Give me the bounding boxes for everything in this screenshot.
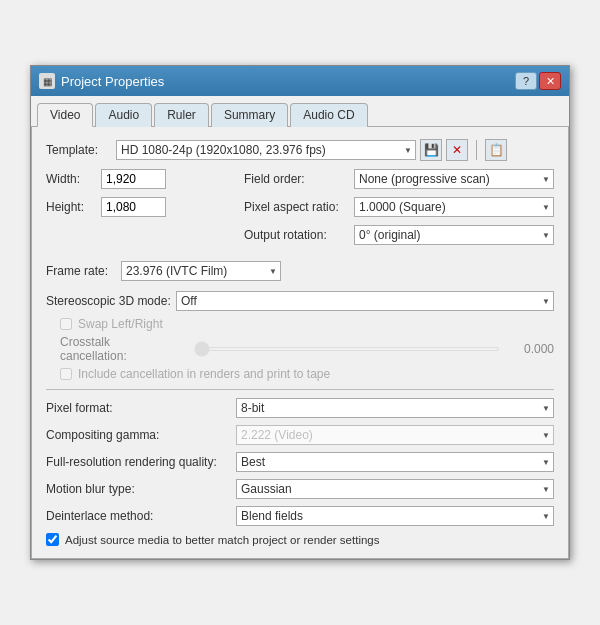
output-rotation-select-wrapper: 0° (original) — [354, 225, 554, 245]
dims-left: Width: Height: — [46, 169, 244, 225]
pixel-aspect-select[interactable]: 1.0000 (Square) — [354, 197, 554, 217]
stereo-3d-row: Stereoscopic 3D mode: Off — [46, 291, 554, 311]
stereo-3d-label: Stereoscopic 3D mode: — [46, 294, 176, 308]
tab-video[interactable]: Video — [37, 103, 93, 127]
motion-blur-label: Motion blur type: — [46, 482, 236, 496]
title-bar-left: ▦ Project Properties — [39, 73, 164, 89]
tab-ruler[interactable]: Ruler — [154, 103, 209, 127]
crosstalk-slider[interactable] — [194, 347, 500, 351]
template-label: Template: — [46, 143, 116, 157]
motion-blur-select[interactable]: Gaussian — [236, 479, 554, 499]
dims-area: Width: Height: Field order: None (progre… — [46, 169, 554, 253]
section-divider — [46, 389, 554, 390]
crosstalk-value: 0.000 — [514, 342, 554, 356]
swap-checkbox-row: Swap Left/Right — [60, 317, 554, 331]
help-button[interactable]: ? — [515, 72, 537, 90]
rendering-quality-row: Full-resolution rendering quality: Best — [46, 452, 554, 472]
rendering-quality-label: Full-resolution rendering quality: — [46, 455, 236, 469]
deinterlace-row: Deinterlace method: Blend fields — [46, 506, 554, 526]
adjust-source-label: Adjust source media to better match proj… — [65, 534, 380, 546]
stereo-options: Swap Left/Right Crosstalk cancellation: … — [60, 317, 554, 381]
title-buttons: ? ✕ — [515, 72, 561, 90]
rendering-quality-select[interactable]: Best — [236, 452, 554, 472]
pixel-format-select-wrapper: 8-bit — [236, 398, 554, 418]
field-order-label: Field order: — [244, 172, 354, 186]
save-template-button[interactable]: 💾 — [420, 139, 442, 161]
output-rotation-select[interactable]: 0° (original) — [354, 225, 554, 245]
tab-content: Template: HD 1080-24p (1920x1080, 23.976… — [31, 127, 569, 559]
crosstalk-row: Crosstalk cancellation: 0.000 — [60, 335, 554, 363]
pixel-aspect-row: Pixel aspect ratio: 1.0000 (Square) — [244, 197, 554, 217]
adjust-source-checkbox[interactable] — [46, 533, 59, 546]
template-select-wrapper: HD 1080-24p (1920x1080, 23.976 fps) — [116, 140, 416, 160]
swap-label: Swap Left/Right — [78, 317, 163, 331]
tab-summary[interactable]: Summary — [211, 103, 288, 127]
compositing-gamma-row: Compositing gamma: 2.222 (Video) — [46, 425, 554, 445]
motion-blur-select-wrapper: Gaussian — [236, 479, 554, 499]
compositing-gamma-select[interactable]: 2.222 (Video) — [236, 425, 554, 445]
template-select-wrap: HD 1080-24p (1920x1080, 23.976 fps) 💾 ✕ … — [116, 139, 554, 161]
motion-blur-row: Motion blur type: Gaussian — [46, 479, 554, 499]
project-properties-window: ▦ Project Properties ? ✕ Video Audio Rul… — [30, 65, 570, 560]
tabs-container: Video Audio Ruler Summary Audio CD — [31, 96, 569, 127]
pixel-aspect-label: Pixel aspect ratio: — [244, 200, 354, 214]
height-input[interactable] — [101, 197, 166, 217]
pixel-aspect-select-wrapper: 1.0000 (Square) — [354, 197, 554, 217]
pixel-format-row: Pixel format: 8-bit — [46, 398, 554, 418]
title-bar: ▦ Project Properties ? ✕ — [31, 66, 569, 96]
rendering-quality-select-wrapper: Best — [236, 452, 554, 472]
tab-audio-cd[interactable]: Audio CD — [290, 103, 367, 127]
tab-audio[interactable]: Audio — [95, 103, 152, 127]
include-cancellation-label: Include cancellation in renders and prin… — [78, 367, 330, 381]
window-title: Project Properties — [61, 74, 164, 89]
pixel-format-select[interactable]: 8-bit — [236, 398, 554, 418]
close-button[interactable]: ✕ — [539, 72, 561, 90]
field-order-select[interactable]: None (progressive scan) — [354, 169, 554, 189]
swap-checkbox[interactable] — [60, 318, 72, 330]
frame-rate-select[interactable]: 23.976 (IVTC Film) — [121, 261, 281, 281]
stereo-3d-select[interactable]: Off — [176, 291, 554, 311]
width-label: Width: — [46, 172, 101, 186]
height-row: Height: — [46, 197, 244, 217]
pixel-format-label: Pixel format: — [46, 401, 236, 415]
deinterlace-label: Deinterlace method: — [46, 509, 236, 523]
template-row: Template: HD 1080-24p (1920x1080, 23.976… — [46, 139, 554, 161]
deinterlace-select[interactable]: Blend fields — [236, 506, 554, 526]
app-icon: ▦ — [39, 73, 55, 89]
output-rotation-label: Output rotation: — [244, 228, 354, 242]
include-cancellation-checkbox[interactable] — [60, 368, 72, 380]
toolbar-separator — [476, 140, 477, 160]
stereo-3d-select-wrapper: Off — [176, 291, 554, 311]
include-cancellation-row: Include cancellation in renders and prin… — [60, 367, 554, 381]
field-order-row: Field order: None (progressive scan) — [244, 169, 554, 189]
frame-rate-select-wrapper: 23.976 (IVTC Film) — [121, 261, 281, 281]
output-rotation-row: Output rotation: 0° (original) — [244, 225, 554, 245]
width-input[interactable] — [101, 169, 166, 189]
delete-template-button[interactable]: ✕ — [446, 139, 468, 161]
copy-template-button[interactable]: 📋 — [485, 139, 507, 161]
dims-right: Field order: None (progressive scan) Pix… — [244, 169, 554, 253]
field-order-select-wrapper: None (progressive scan) — [354, 169, 554, 189]
compositing-gamma-select-wrapper: 2.222 (Video) — [236, 425, 554, 445]
height-label: Height: — [46, 200, 101, 214]
crosstalk-label: Crosstalk cancellation: — [60, 335, 180, 363]
width-row: Width: — [46, 169, 244, 189]
tabs: Video Audio Ruler Summary Audio CD — [37, 102, 563, 126]
compositing-gamma-label: Compositing gamma: — [46, 428, 236, 442]
frame-rate-row: Frame rate: 23.976 (IVTC Film) — [46, 261, 554, 281]
bottom-checkbox-row: Adjust source media to better match proj… — [46, 533, 554, 546]
template-select[interactable]: HD 1080-24p (1920x1080, 23.976 fps) — [116, 140, 416, 160]
deinterlace-select-wrapper: Blend fields — [236, 506, 554, 526]
frame-rate-label: Frame rate: — [46, 264, 121, 278]
